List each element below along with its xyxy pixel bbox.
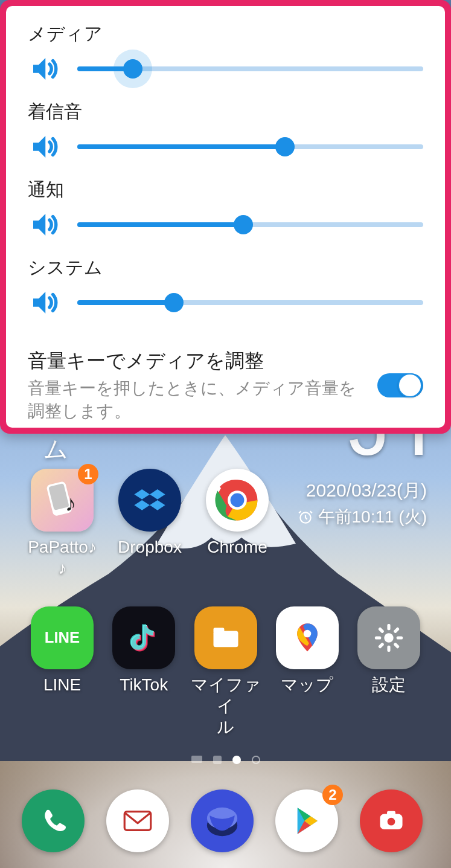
volume-slider-system[interactable]: [77, 289, 423, 316]
settings-icon: [357, 606, 420, 669]
page-dot-current[interactable]: [232, 756, 241, 764]
svg-rect-14: [213, 628, 224, 633]
badge: 1: [78, 464, 98, 484]
volume-group-notification: 通知: [28, 178, 423, 241]
app-camera[interactable]: [360, 789, 423, 852]
svg-rect-22: [378, 642, 385, 649]
app-browser[interactable]: [191, 789, 254, 852]
app-label: LINE: [43, 674, 81, 695]
app-label: PaPatto♪ ♪: [28, 536, 97, 579]
app-label: Chrome: [207, 536, 267, 558]
dropbox-icon: [118, 469, 181, 532]
speaker-icon: [28, 286, 60, 319]
browser-icon: [191, 789, 254, 852]
volume-panel: メディア 着信音 通知 シス: [6, 6, 445, 428]
app-tiktok[interactable]: TikTok: [103, 606, 184, 738]
speaker-icon: [28, 208, 60, 241]
svg-point-15: [303, 630, 311, 638]
svg-rect-18: [387, 646, 390, 652]
page-dot-menu[interactable]: [191, 756, 202, 763]
app-phone[interactable]: [22, 789, 85, 852]
camera-icon: [360, 789, 423, 852]
app-settings[interactable]: 設定: [348, 606, 429, 738]
volume-group-ringtone: 着信音: [28, 100, 423, 163]
app-label: マイファイ ル: [185, 674, 266, 738]
app-maps[interactable]: マップ: [267, 606, 348, 738]
volume-slider-notification[interactable]: [77, 211, 423, 238]
papatto-icon: ♪1: [31, 469, 94, 532]
toggle-description: 音量キーを押したときに、メディア音量を調整します。: [28, 377, 366, 423]
dock: 2: [0, 774, 451, 868]
volume-label-ringtone: 着信音: [28, 100, 423, 124]
app-play[interactable]: 2: [275, 789, 338, 852]
volume-group-system: システム: [28, 256, 423, 319]
app-label: TikTok: [120, 674, 168, 695]
widget-text-fragment: ム: [43, 432, 68, 466]
page-dot-home[interactable]: [213, 756, 222, 764]
svg-rect-25: [124, 812, 151, 831]
svg-rect-19: [375, 636, 381, 639]
volume-label-media: メディア: [28, 22, 423, 47]
app-papatto[interactable]: ♪1PaPatto♪ ♪: [22, 469, 103, 579]
volume-key-toggle-row[interactable]: 音量キーでメディアを調整 音量キーを押したときに、メディア音量を調整します。: [28, 348, 423, 423]
volume-group-media: メディア: [28, 22, 423, 85]
play-icon: 2: [275, 789, 338, 852]
speaker-icon: [28, 53, 60, 85]
app-label: Dropbox: [118, 536, 182, 558]
svg-text:♪: ♪: [65, 491, 76, 516]
svg-rect-23: [378, 627, 385, 634]
maps-icon: [276, 606, 339, 669]
svg-marker-6: [134, 500, 150, 510]
svg-text:LINE: LINE: [45, 629, 80, 646]
app-label: 設定: [372, 674, 406, 695]
volume-key-toggle-switch[interactable]: [377, 373, 423, 397]
volume-slider-media[interactable]: [77, 56, 423, 82]
files-icon: [194, 606, 257, 669]
mail-icon: [106, 789, 169, 852]
svg-point-11: [231, 493, 245, 507]
svg-marker-5: [150, 489, 165, 500]
app-chrome[interactable]: Chrome: [197, 469, 278, 579]
app-files[interactable]: マイファイ ル: [185, 606, 266, 738]
app-line[interactable]: LINELINE: [22, 606, 103, 738]
chrome-icon: [206, 469, 269, 532]
svg-marker-4: [134, 489, 150, 500]
svg-rect-31: [387, 811, 395, 815]
page-dot-next[interactable]: [252, 756, 260, 764]
badge: 2: [322, 785, 343, 805]
volume-label-notification: 通知: [28, 178, 423, 202]
svg-point-16: [384, 633, 393, 642]
app-label: マップ: [281, 674, 333, 695]
volume-panel-highlight: メディア 着信音 通知 シス: [0, 0, 451, 434]
svg-rect-21: [393, 627, 400, 634]
svg-rect-13: [213, 631, 238, 647]
app-mail[interactable]: [106, 789, 169, 852]
svg-marker-7: [150, 500, 165, 510]
page-indicator[interactable]: [0, 756, 451, 764]
volume-slider-ringtone[interactable]: [77, 133, 423, 160]
phone-icon: [22, 789, 85, 852]
svg-rect-24: [393, 642, 400, 649]
volume-label-system: システム: [28, 256, 423, 280]
svg-rect-20: [397, 636, 403, 639]
speaker-icon: [28, 130, 60, 163]
svg-rect-17: [387, 624, 390, 630]
toggle-title: 音量キーでメディアを調整: [28, 348, 366, 375]
tiktok-icon: [112, 606, 175, 669]
line-icon: LINE: [31, 606, 94, 669]
app-dropbox[interactable]: Dropbox: [109, 469, 190, 579]
